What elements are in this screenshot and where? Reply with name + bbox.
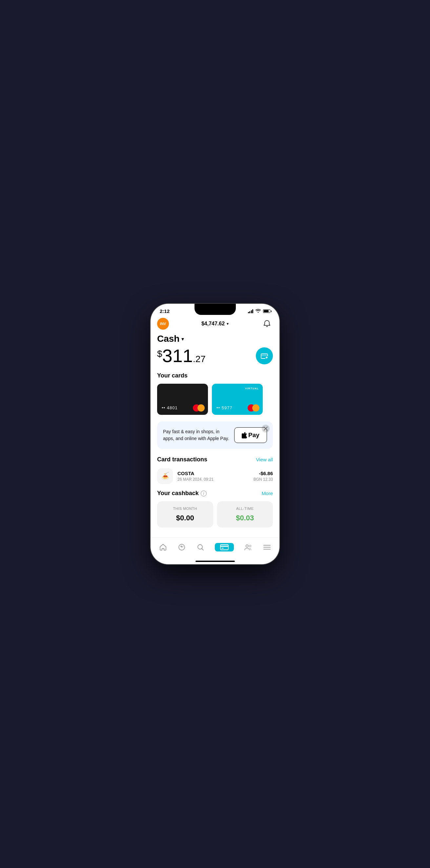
transaction-name: COSTA bbox=[177, 470, 249, 476]
card-number-physical: •• 4801 bbox=[162, 405, 178, 410]
avatar-button[interactable]: INV bbox=[157, 318, 169, 330]
menu-icon bbox=[263, 543, 271, 552]
svg-rect-5 bbox=[221, 545, 228, 550]
nav-search[interactable] bbox=[192, 541, 209, 553]
wifi-icon bbox=[256, 309, 261, 314]
analytics-icon bbox=[177, 543, 186, 552]
transactions-header: Card transactions View all bbox=[157, 456, 273, 463]
close-banner-button[interactable] bbox=[262, 425, 269, 433]
transaction-info: COSTA 26 MAR 2024, 09:21 bbox=[177, 470, 249, 482]
transaction-amounts: -$6.86 BGN 12.33 bbox=[254, 470, 273, 482]
cashback-header: Your cashback i More bbox=[157, 490, 273, 497]
battery-icon bbox=[263, 309, 270, 313]
cards-section-title: Your cards bbox=[157, 372, 273, 379]
svg-point-8 bbox=[246, 545, 248, 547]
home-indicator bbox=[196, 561, 235, 562]
transaction-main-amount: -$6.86 bbox=[254, 470, 273, 476]
close-icon bbox=[264, 427, 268, 431]
this-month-amount: $0.00 bbox=[162, 514, 208, 522]
nav-people[interactable] bbox=[240, 541, 257, 553]
virtual-card[interactable]: VIRTUAL •• 5977 bbox=[212, 384, 263, 415]
header-balance-amount: $4,747.62 bbox=[201, 321, 225, 327]
nav-home[interactable] bbox=[155, 541, 171, 553]
search-icon bbox=[196, 543, 205, 552]
virtual-card-label: VIRTUAL bbox=[245, 387, 259, 390]
add-money-button[interactable] bbox=[256, 347, 273, 364]
cashback-this-month: THIS MONTH $0.00 bbox=[157, 501, 213, 528]
total-balance-button[interactable]: $4,747.62 ▾ bbox=[201, 321, 229, 327]
nav-analytics[interactable] bbox=[173, 541, 190, 553]
status-time: 2:12 bbox=[160, 308, 170, 314]
physical-card[interactable]: •• 4801 bbox=[157, 384, 208, 415]
all-time-amount: $0.03 bbox=[222, 514, 268, 522]
bell-icon bbox=[263, 320, 270, 328]
cash-label-text: Cash bbox=[157, 334, 179, 344]
transaction-icon: 🍝 bbox=[157, 468, 173, 484]
home-icon bbox=[159, 543, 167, 552]
svg-point-9 bbox=[249, 545, 251, 547]
transactions-title: Card transactions bbox=[157, 456, 207, 463]
mastercard-logo-virtual bbox=[248, 404, 259, 411]
apple-pay-banner: Pay fast & easy in shops, in apps, and o… bbox=[157, 422, 273, 449]
add-money-icon bbox=[260, 351, 269, 361]
cash-account-button[interactable]: Cash ▾ bbox=[157, 334, 273, 344]
cashback-all-time: ALL-TIME $0.03 bbox=[217, 501, 273, 528]
transaction-date: 26 MAR 2024, 09:21 bbox=[177, 477, 249, 482]
apple-pay-text: Pay fast & easy in shops, in apps, and o… bbox=[163, 428, 234, 442]
transaction-sub-amount: BGN 12.33 bbox=[254, 477, 273, 482]
cashback-title-row: Your cashback i bbox=[157, 490, 207, 497]
mastercard-logo-physical bbox=[193, 404, 205, 411]
cash-balance-row: $311.27 bbox=[157, 347, 273, 365]
apple-logo-icon bbox=[242, 432, 247, 438]
this-month-label: THIS MONTH bbox=[162, 506, 208, 510]
all-time-label: ALL-TIME bbox=[222, 506, 268, 510]
nav-card[interactable] bbox=[211, 541, 238, 553]
cashback-cards: THIS MONTH $0.00 ALL-TIME $0.03 bbox=[157, 501, 273, 528]
nav-menu[interactable] bbox=[259, 541, 275, 553]
card-icon bbox=[215, 543, 234, 552]
app-header: INV $4,747.62 ▾ bbox=[150, 315, 280, 334]
cash-chevron-icon: ▾ bbox=[181, 336, 184, 342]
cash-balance-amount: $311.27 bbox=[157, 347, 206, 365]
transaction-item[interactable]: 🍝 COSTA 26 MAR 2024, 09:21 -$6.86 BGN 12… bbox=[157, 468, 273, 484]
status-icons bbox=[248, 309, 270, 314]
cards-row: •• 4801 VIRTUAL •• 5977 bbox=[157, 384, 273, 415]
phone-screen: 2:12 bbox=[150, 304, 280, 564]
cashback-info-icon[interactable]: i bbox=[201, 491, 207, 496]
card-number-virtual: •• 5977 bbox=[217, 405, 233, 410]
phone-notch bbox=[195, 304, 236, 315]
notifications-button[interactable] bbox=[261, 318, 273, 330]
people-icon bbox=[244, 543, 253, 552]
signal-icon bbox=[248, 309, 254, 313]
phone-frame: 2:12 bbox=[150, 304, 280, 564]
apple-pay-text-label: Pay bbox=[248, 432, 259, 439]
cashback-title: Your cashback bbox=[157, 490, 199, 497]
view-all-button[interactable]: View all bbox=[256, 457, 273, 462]
main-content: Cash ▾ $311.27 Your cards bbox=[150, 334, 280, 528]
cashback-more-button[interactable]: More bbox=[262, 491, 273, 496]
balance-chevron-icon: ▾ bbox=[227, 321, 229, 326]
bottom-navigation bbox=[150, 537, 280, 559]
